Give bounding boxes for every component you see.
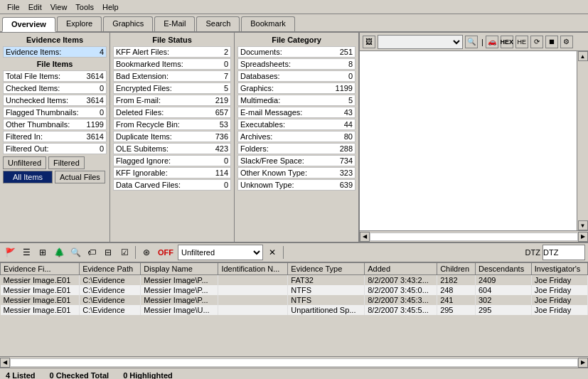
data-carved-value: 0 — [224, 181, 228, 189]
col-evidence-type[interactable]: Evidence Type — [288, 263, 365, 275]
file-category-panel: File Category Documents: 251 Spreadsheet… — [235, 33, 359, 242]
table-cell: 2409 — [475, 275, 531, 286]
toolbar-separator-2 — [283, 246, 284, 259]
preview-icon-refresh[interactable]: ⟳ — [530, 36, 543, 48]
col-evidence-file[interactable]: Evidence Fi... — [1, 263, 80, 275]
table-cell — [218, 275, 288, 286]
kff-alert-label: KFF Alert Files: — [116, 48, 169, 56]
table-hscroll-left[interactable]: ◀ — [0, 358, 10, 368]
col-identification[interactable]: Identification N... — [218, 263, 288, 275]
toolbar-icon-x[interactable]: ✕ — [265, 245, 279, 260]
preview-hscroll[interactable]: ◀ ▶ — [360, 230, 588, 242]
tab-bookmark[interactable]: Bookmark — [241, 16, 295, 31]
tab-graphics[interactable]: Graphics — [103, 16, 153, 31]
toolbar-icon-flag[interactable]: 🚩 — [3, 245, 17, 260]
all-items-button[interactable]: All Items — [3, 171, 53, 183]
checked-items: Checked Items: 0 — [3, 82, 107, 94]
total-file-items: Total File Items: 3614 — [3, 70, 107, 82]
preview-icon-1[interactable]: 🖼 — [363, 36, 375, 48]
hscroll-left[interactable]: ◀ — [360, 232, 370, 242]
flagged-thumbnails: Flagged Thumbnails: 0 — [3, 107, 107, 118]
dtz-input[interactable] — [542, 245, 585, 260]
hscroll-right[interactable]: ▶ — [578, 232, 588, 242]
table-row[interactable]: Messier Image.E01C:\EvidenceMessier Imag… — [1, 275, 588, 286]
filtered-in-value: 3614 — [87, 132, 104, 141]
table-row[interactable]: Messier Image.E01C:\EvidenceMessier Imag… — [1, 295, 588, 305]
menu-help[interactable]: Help — [98, 1, 123, 13]
preview-icon-2[interactable]: 🔍 — [465, 36, 478, 48]
table-cell: 248 — [437, 285, 476, 295]
from-email-value: 219 — [215, 96, 228, 105]
toolbar-icon-tree[interactable]: 🌲 — [52, 245, 66, 260]
toolbar-icon-list[interactable]: ☰ — [19, 245, 33, 260]
deleted-value: 657 — [215, 108, 228, 117]
scroll-down-button[interactable]: ▼ — [578, 220, 588, 230]
unknown-type-value: 639 — [340, 181, 353, 189]
toolbar-icon-check[interactable]: ☑ — [117, 245, 132, 260]
col-children[interactable]: Children — [437, 263, 476, 275]
executables-value: 44 — [344, 120, 353, 129]
table-cell: Unpartitioned Sp... — [288, 305, 365, 315]
off-label: OFF — [158, 248, 173, 257]
bad-ext-value: 7 — [224, 72, 228, 80]
table-row[interactable]: Messier Image.E01C:\EvidenceMessier Imag… — [1, 305, 588, 315]
table-hscroll[interactable]: ◀ ▶ — [0, 356, 588, 368]
table-cell: Joe Friday — [531, 285, 587, 295]
tab-explore[interactable]: Explore — [57, 16, 102, 31]
table-cell: C:\Evidence — [80, 275, 141, 286]
table-cell: Messier Image\P... — [141, 285, 218, 295]
unknown-type: Unknown Type: 639 — [237, 179, 356, 191]
table-cell: Messier Image\U... — [141, 305, 218, 315]
encrypted-files: Encrypted Files: 5 — [113, 82, 231, 94]
preview-icon-hex2[interactable]: HE — [515, 36, 528, 48]
toolbar-icon-columns[interactable]: ⊟ — [101, 245, 115, 260]
menu-bar: File Edit View Tools Help — [0, 0, 588, 14]
filter-select[interactable]: UnfilteredFiltered — [178, 245, 263, 260]
preview-icon-settings[interactable]: ⚙ — [560, 36, 573, 48]
toolbar-icon-filter[interactable]: ⊛ — [139, 245, 154, 260]
menu-tools[interactable]: Tools — [71, 1, 98, 13]
table-wrapper: Evidence Fi... Evidence Path Display Nam… — [0, 262, 588, 356]
from-email-label: From E-mail: — [116, 96, 161, 105]
table-hscroll-right[interactable]: ▶ — [578, 358, 588, 368]
email-messages-value: 43 — [344, 108, 353, 117]
menu-edit[interactable]: Edit — [24, 1, 46, 13]
scroll-up-button[interactable]: ▲ — [578, 51, 588, 61]
toolbar-icon-search2[interactable]: 🔍 — [68, 245, 82, 260]
toolbar-icon-tag[interactable]: 🏷 — [85, 245, 99, 260]
col-investigator[interactable]: Investigator's — [531, 263, 587, 275]
actual-files-button[interactable]: Actual Files — [55, 171, 105, 183]
status-checked: 0 Checked Total — [50, 371, 109, 380]
col-descendants[interactable]: Descendants — [475, 263, 531, 275]
status-highlighted: 0 Highlighted — [123, 371, 173, 380]
data-carved-files: Data Carved Files: 0 — [113, 179, 231, 191]
filtered-button[interactable]: Filtered — [48, 156, 85, 169]
filtered-out: Filtered Out: 0 — [3, 143, 107, 154]
encrypted-label: Encrypted Files: — [116, 84, 172, 92]
encrypted-value: 5 — [224, 84, 228, 92]
toolbar-icon-grid[interactable]: ⊞ — [36, 245, 50, 260]
preview-icon-stop[interactable]: ⏹ — [545, 36, 558, 48]
tab-email[interactable]: E-Mail — [154, 16, 195, 31]
menu-view[interactable]: View — [46, 1, 72, 13]
menu-file[interactable]: File — [3, 1, 24, 13]
table-cell: Messier Image.E01 — [1, 285, 80, 295]
tab-overview[interactable]: Overview — [2, 17, 55, 32]
col-evidence-path[interactable]: Evidence Path — [80, 263, 141, 275]
col-display-name[interactable]: Display Name — [141, 263, 218, 275]
preview-icon-car[interactable]: 🚗 — [486, 36, 498, 48]
flagged-ignore-label: Flagged Ignore: — [116, 156, 171, 165]
table-scroll-area[interactable]: Evidence Fi... Evidence Path Display Nam… — [0, 262, 588, 356]
preview-icon-hex[interactable]: HEX — [501, 36, 513, 48]
table-cell — [218, 295, 288, 305]
tab-search[interactable]: Search — [196, 16, 240, 31]
table-row[interactable]: Messier Image.E01C:\EvidenceMessier Imag… — [1, 285, 588, 295]
other-thumbnails-value: 1199 — [87, 120, 104, 129]
preview-scrollbar[interactable]: ▲ ▼ — [577, 51, 588, 230]
col-added[interactable]: Added — [365, 263, 437, 275]
table-cell: 8/2/2007 3:45:3... — [365, 295, 437, 305]
panels-row: Evidence Items Evidence Items: 4 File It… — [0, 33, 588, 242]
unfiltered-button[interactable]: Unfiltered — [3, 156, 46, 169]
preview-dropdown[interactable] — [378, 35, 463, 49]
slack-label: Slack/Free Space: — [240, 156, 304, 165]
